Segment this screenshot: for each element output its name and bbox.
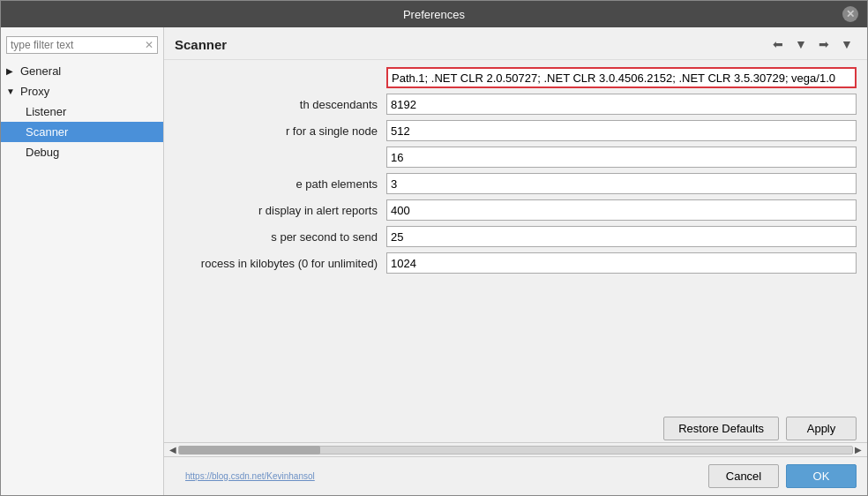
user-agent-input[interactable] bbox=[386, 67, 857, 88]
filter-row: ✕ bbox=[6, 36, 158, 54]
form-label-per-second: s per second to send bbox=[175, 230, 386, 244]
cancel-button[interactable]: Cancel bbox=[708, 464, 779, 488]
url-bar: https://blog.csdn.net/Kevinhansol bbox=[175, 470, 326, 483]
horizontal-scrollbar[interactable]: ◀ ▶ bbox=[164, 442, 867, 456]
sidebar: ✕ ▶ General ▼ Proxy Listener Scanner Deb… bbox=[1, 27, 164, 495]
filter-clear-icon[interactable]: ✕ bbox=[145, 39, 153, 51]
forward-icon[interactable]: ➡ bbox=[814, 34, 834, 54]
single-node-input[interactable] bbox=[386, 120, 857, 141]
sidebar-item-label: Listener bbox=[26, 105, 66, 118]
back-icon[interactable]: ⬅ bbox=[768, 34, 788, 54]
sidebar-item-listener[interactable]: Listener bbox=[1, 101, 163, 122]
title-bar: Preferences ✕ bbox=[1, 1, 867, 27]
sidebar-item-scanner[interactable]: Scanner bbox=[1, 122, 163, 142]
ok-button[interactable]: OK bbox=[786, 464, 857, 488]
dialog-body: ✕ ▶ General ▼ Proxy Listener Scanner Deb… bbox=[1, 27, 867, 495]
footer-bar: https://blog.csdn.net/Kevinhansol Cancel… bbox=[164, 456, 867, 495]
arrow-icon: ▶ bbox=[6, 66, 17, 76]
sidebar-item-debug[interactable]: Debug bbox=[1, 142, 163, 162]
scrollbar-thumb[interactable] bbox=[179, 446, 320, 455]
form-row-field3 bbox=[175, 147, 857, 168]
th-descendants-input[interactable] bbox=[386, 94, 857, 115]
footer-right: Cancel OK bbox=[708, 464, 857, 488]
form-row-th-descendants: th descendants bbox=[175, 94, 857, 115]
filter-input[interactable] bbox=[11, 39, 145, 51]
dropdown2-icon[interactable]: ▼ bbox=[837, 34, 857, 54]
field3-input[interactable] bbox=[386, 147, 857, 168]
content-title: Scanner bbox=[175, 37, 227, 52]
alert-reports-input[interactable] bbox=[386, 199, 857, 221]
restore-defaults-button[interactable]: Restore Defaults bbox=[663, 417, 779, 440]
form-row-path-elements: e path elements bbox=[175, 173, 857, 194]
sidebar-item-label: Debug bbox=[26, 146, 59, 159]
dialog-title: Preferences bbox=[26, 8, 842, 21]
form-row-per-second: s per second to send bbox=[175, 226, 857, 247]
restore-apply-row: Restore Defaults Apply bbox=[164, 411, 867, 442]
scroll-area[interactable]: th descendants r for a single node e pat… bbox=[164, 60, 867, 411]
form-row-user-agent bbox=[175, 67, 857, 88]
form-row-single-node: r for a single node bbox=[175, 120, 857, 141]
form-row-kilobytes: rocess in kilobytes (0 for unlimited) bbox=[175, 252, 857, 274]
per-second-input[interactable] bbox=[386, 226, 857, 247]
sidebar-item-general[interactable]: ▶ General bbox=[1, 61, 163, 81]
scroll-left-icon[interactable]: ◀ bbox=[168, 445, 178, 455]
kilobytes-input[interactable] bbox=[386, 252, 857, 274]
apply-button[interactable]: Apply bbox=[786, 417, 857, 440]
preferences-dialog: Preferences ✕ ✕ ▶ General ▼ Proxy Listen… bbox=[0, 0, 868, 496]
scroll-right-icon[interactable]: ▶ bbox=[853, 445, 864, 455]
sidebar-item-label: Proxy bbox=[20, 85, 49, 98]
dropdown-icon[interactable]: ▼ bbox=[791, 34, 811, 54]
scrollbar-track[interactable] bbox=[178, 446, 853, 455]
sidebar-item-proxy[interactable]: ▼ Proxy bbox=[1, 81, 163, 101]
path-elements-input[interactable] bbox=[386, 173, 857, 194]
sidebar-item-label: Scanner bbox=[26, 125, 68, 139]
form-label-single-node: r for a single node bbox=[175, 124, 386, 138]
form-label-alert-reports: r display in alert reports bbox=[175, 204, 386, 217]
bottom-section: https://blog.csdn.net/Kevinhansol Cancel… bbox=[164, 456, 867, 495]
form-label-path-elements: e path elements bbox=[175, 177, 386, 191]
form-label-th-descendants: th descendants bbox=[175, 98, 386, 111]
content-header: Scanner ⬅ ▼ ➡ ▼ bbox=[164, 27, 867, 60]
toolbar-icons: ⬅ ▼ ➡ ▼ bbox=[768, 34, 857, 54]
main-content: Scanner ⬅ ▼ ➡ ▼ th descendants bbox=[164, 27, 867, 495]
form-row-alert-reports: r display in alert reports bbox=[175, 199, 857, 221]
sidebar-item-label: General bbox=[20, 64, 61, 78]
close-button[interactable]: ✕ bbox=[842, 6, 858, 22]
arrow-icon: ▼ bbox=[6, 86, 17, 96]
form-label-kilobytes: rocess in kilobytes (0 for unlimited) bbox=[175, 257, 386, 270]
